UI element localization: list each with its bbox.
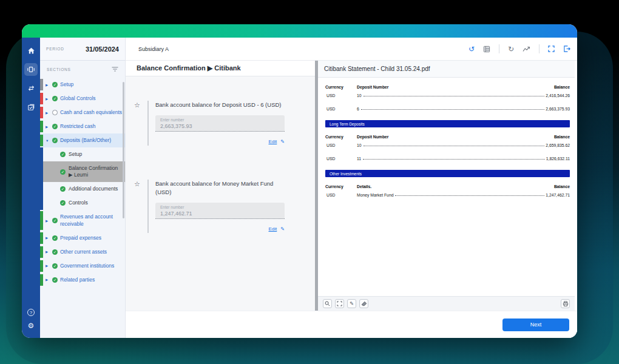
status-done-icon (52, 218, 58, 223)
annotate-pencil-icon[interactable]: ✎ (347, 299, 356, 308)
section-banner: Long Term Deposits (325, 120, 570, 127)
table-row: USD 102,659,835.62 (325, 143, 570, 147)
dotted-leader (364, 146, 545, 146)
sidebar-item-deposits[interactable]: Deposits (Bank/Other) (40, 133, 125, 147)
table-row: USD 111,826,632.11 (325, 157, 570, 161)
sidebar-subitem-setup[interactable]: Setup (40, 147, 125, 161)
period-row: PERIOD 31/05/2024 (40, 38, 125, 61)
panel-title: Balance Confirmation ▶ Citibank (126, 61, 315, 76)
app-window: PERIOD 31/05/2024 SECTIONS Setup Glo (22, 24, 577, 338)
sidebar-item-other-current-assets[interactable]: Other current assets (40, 245, 125, 259)
star-icon[interactable] (134, 101, 147, 146)
status-done-icon (52, 249, 58, 255)
status-done-icon (60, 169, 66, 175)
sidebar-item-global-controls[interactable]: Global Controls (40, 92, 125, 106)
sections-header: SECTIONS (40, 61, 125, 78)
question-text: Bank account balance for Money Market Fu… (155, 180, 285, 197)
balance-question-card: Bank account balance for Deposit USD - 6… (134, 101, 285, 146)
settings-icon[interactable] (28, 322, 35, 330)
table-row: USD 62,663,375.93 (325, 107, 570, 111)
checklist-icon[interactable] (24, 101, 38, 113)
sections-label: SECTIONS (47, 67, 71, 72)
fit-screen-icon[interactable] (335, 299, 344, 308)
table-view-icon[interactable] (483, 46, 490, 53)
sidebar-item-revenues[interactable]: Revenues and account receivable (40, 210, 125, 231)
status-done-icon (60, 200, 66, 206)
input-label: Enter number (160, 205, 280, 209)
status-done-icon (52, 235, 58, 241)
toolbar-divider (499, 44, 499, 53)
balance-input[interactable]: Enter number 1,247,462.71 (155, 203, 285, 219)
table-header-row: Currency Details. Balance (325, 184, 570, 189)
home-icon[interactable] (24, 44, 38, 57)
exit-icon[interactable] (563, 46, 570, 52)
dotted-leader (364, 96, 545, 96)
pencil-icon[interactable] (280, 226, 285, 232)
pencil-icon[interactable] (280, 139, 285, 144)
question-text: Bank account balance for Deposit USD - 6… (155, 101, 285, 110)
status-done-icon (52, 124, 58, 129)
pdf-panel: Citibank Statement - Child 31.05.24.pdf … (318, 61, 575, 311)
pdf-page[interactable]: Currency Deposit Number Balance USD 102,… (318, 78, 575, 296)
sidebar-scrollbar[interactable] (123, 82, 125, 218)
sidebar-item-cash-equivalents[interactable]: Cash and cash equivalents (40, 106, 125, 120)
icon-rail (22, 38, 40, 338)
deposits-subsection: Setup Balance Confirmation ▶ Leumi Addit… (40, 147, 125, 210)
balance-input[interactable]: Enter number 2,663,375.93 (155, 115, 285, 132)
chevron-right-icon[interactable] (46, 278, 50, 281)
questions-panel: Balance Confirmation ▶ Citibank Bank acc… (126, 61, 315, 311)
chevron-right-icon[interactable] (46, 250, 50, 254)
chevron-right-icon[interactable] (46, 97, 50, 101)
pdf-title: Citibank Statement - Child 31.05.24.pdf (318, 61, 575, 78)
status-done-icon (52, 96, 58, 101)
section-banner: Other Investments (325, 170, 570, 177)
edit-link[interactable]: Edit (269, 139, 277, 144)
table-row: USD 102,416,544.26 (325, 93, 570, 98)
dotted-leader (363, 159, 545, 160)
filter-icon[interactable] (112, 67, 118, 72)
input-value: 2,663,375.93 (160, 123, 280, 129)
sidebar-subitem-balance-confirmation[interactable]: Balance Confirmation ▶ Leumi (43, 161, 125, 182)
table-header-row: Currency Deposit Number Balance (325, 85, 570, 89)
sidebar-item-related-parties[interactable]: Related parties (40, 273, 125, 287)
repeat-icon[interactable] (24, 82, 38, 95)
chevron-down-icon[interactable] (46, 139, 50, 143)
edit-link[interactable]: Edit (269, 226, 277, 232)
eraser-icon[interactable] (359, 299, 368, 308)
sidebar-item-prepaid-expenses[interactable]: Prepaid expenses (40, 231, 125, 245)
sidebar-item-setup[interactable]: Setup (40, 78, 125, 92)
table-header-row: Currency Deposit Number Balance (325, 135, 570, 139)
brand-gradient-bar (22, 24, 577, 38)
sidebar-subitem-controls[interactable]: Controls (40, 196, 125, 210)
chevron-right-icon[interactable] (46, 125, 50, 129)
input-value: 1,247,462.71 (160, 211, 280, 217)
star-icon[interactable] (134, 180, 147, 233)
chevron-right-icon[interactable] (46, 236, 50, 240)
sidebar-item-restricted-cash[interactable]: Restricted cash (40, 120, 125, 133)
print-icon[interactable] (561, 299, 570, 308)
sidebar-item-government-institutions[interactable]: Government institutions (40, 259, 125, 273)
history-icon[interactable]: ↺ (468, 46, 475, 53)
chevron-right-icon[interactable] (46, 264, 50, 268)
subsidiaries-icon[interactable] (24, 63, 38, 76)
main-topbar: Subsidiary A ↺ ↻ (126, 38, 577, 61)
period-value[interactable]: 31/05/2024 (86, 46, 119, 53)
sections-nav: Setup Global Controls Cash and cash equi… (40, 78, 125, 338)
zoom-icon[interactable] (323, 299, 332, 308)
balance-question-card: Bank account balance for Money Market Fu… (134, 180, 285, 233)
footer-bar: Next (126, 311, 577, 338)
next-button[interactable]: Next (502, 318, 569, 331)
sidebar-subitem-additional-documents[interactable]: Additional documents (40, 182, 125, 196)
help-icon[interactable] (27, 309, 35, 316)
status-empty-icon (52, 110, 58, 115)
fullscreen-icon[interactable] (548, 46, 555, 52)
sync-icon[interactable]: ↻ (508, 46, 514, 53)
chevron-right-icon[interactable] (46, 111, 50, 115)
input-label: Enter number (160, 118, 280, 122)
chevron-right-icon[interactable] (46, 219, 50, 223)
pdf-toolbar: ✎ (318, 296, 575, 311)
dotted-leader (395, 195, 544, 196)
subsidiary-label: Subsidiary A (138, 46, 169, 52)
chevron-right-icon[interactable] (46, 83, 50, 87)
trend-icon[interactable] (523, 46, 530, 52)
